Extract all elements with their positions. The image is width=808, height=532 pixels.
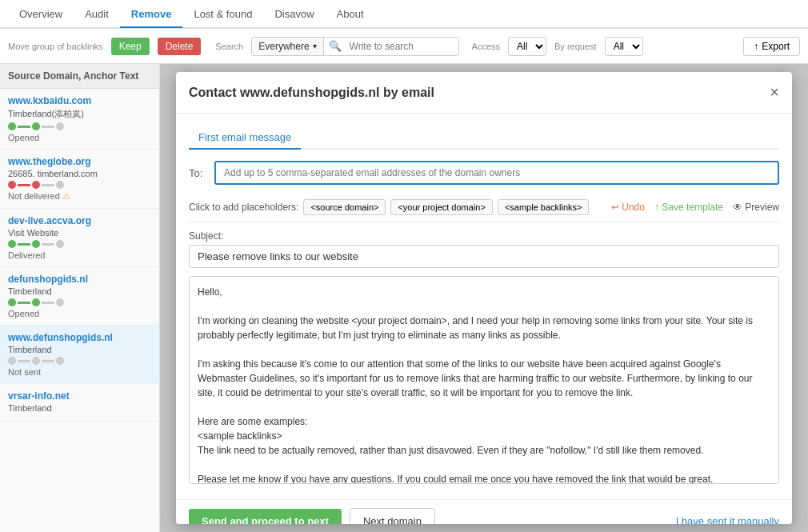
move-group-label: Move group of backlinks	[8, 42, 103, 51]
domain-anchor: Visit Website	[8, 228, 151, 238]
export-button[interactable]: ↑ Export	[743, 37, 800, 56]
status-text: Not delivered ⚠	[8, 191, 151, 202]
export-label: Export	[762, 41, 790, 52]
search-dropdown-value: Everywhere	[258, 41, 309, 52]
status-visual	[8, 240, 151, 248]
to-field-row: To:	[189, 161, 779, 185]
email-tab-first[interactable]: First email message	[189, 126, 301, 150]
placeholders-bar: Click to add placeholders: <source domai…	[189, 193, 779, 222]
placeholder-source-button[interactable]: <source domain>	[303, 199, 386, 215]
domain-anchor: 26685. timberland.com	[8, 169, 151, 178]
search-wrapper: Everywhere ▾ 🔍	[251, 37, 458, 56]
to-input[interactable]	[214, 161, 779, 185]
subject-input[interactable]	[189, 245, 779, 268]
modal: Contact www.defunshopgids.nl by email × …	[176, 72, 792, 524]
search-icon: 🔍	[324, 40, 346, 52]
domain-name: www.defunshopgids.nl	[8, 332, 151, 343]
delete-button[interactable]: Delete	[158, 38, 202, 55]
undo-button[interactable]: ↩ Undo	[611, 202, 645, 213]
list-item[interactable]: vrsar-info.net Timberland	[0, 384, 159, 422]
subject-row: Subject:	[189, 230, 779, 268]
main-layout: Source Domain, Anchor Text www.kxbaidu.c…	[0, 64, 808, 532]
domain-anchor: Timberland	[8, 345, 151, 354]
save-template-button[interactable]: ↑ Save template	[654, 202, 723, 213]
nav-item-audit[interactable]: Audit	[74, 2, 120, 26]
status-visual	[8, 357, 151, 365]
placeholder-actions: ↩ Undo ↑ Save template 👁 Preview	[611, 202, 779, 213]
domain-name: vrsar-info.net	[8, 390, 151, 402]
email-body-textarea[interactable]: Hello, I'm working on cleaning the websi…	[189, 276, 779, 484]
left-panel: Source Domain, Anchor Text www.kxbaidu.c…	[0, 64, 160, 532]
by-request-select[interactable]: All	[605, 37, 643, 56]
access-select[interactable]: All	[508, 37, 546, 56]
manual-send-button[interactable]: I have sent it manually	[676, 515, 779, 524]
list-item[interactable]: www.defunshopgids.nl Timberland Not sent	[0, 326, 159, 384]
domain-anchor: Timberland(添柏岚)	[8, 108, 151, 120]
domain-name: dev-live.accva.org	[8, 215, 151, 226]
modal-close-button[interactable]: ×	[770, 83, 779, 102]
nav-item-lost-found[interactable]: Lost & found	[182, 2, 263, 26]
top-nav: Overview Audit Remove Lost & found Disav…	[0, 0, 808, 29]
nav-item-remove[interactable]: Remove	[120, 2, 183, 28]
modal-footer: Send and proceed to next Next domain I h…	[176, 499, 792, 524]
warning-icon: ⚠	[62, 191, 70, 201]
nav-item-overview[interactable]: Overview	[8, 2, 74, 26]
search-input[interactable]	[346, 38, 458, 55]
modal-header: Contact www.defunshopgids.nl by email ×	[176, 72, 792, 114]
chevron-down-icon: ▾	[313, 42, 317, 50]
list-item[interactable]: defunshopgids.nl Timberland Opened	[0, 267, 159, 326]
left-panel-header: Source Domain, Anchor Text	[0, 64, 159, 89]
placeholder-backlinks-button[interactable]: <sample backlinks>	[498, 199, 590, 215]
status-visual	[8, 122, 151, 130]
search-label: Search	[215, 42, 243, 51]
keep-button[interactable]: Keep	[111, 38, 150, 55]
list-item[interactable]: dev-live.accva.org Visit Website Deliver…	[0, 209, 159, 267]
by-request-label: By request	[554, 42, 597, 51]
modal-title: Contact www.defunshopgids.nl by email	[189, 86, 434, 100]
domain-anchor: Timberland	[8, 403, 151, 413]
toolbar: Move group of backlinks Keep Delete Sear…	[0, 29, 808, 64]
modal-overlay: Contact www.defunshopgids.nl by email × …	[160, 64, 808, 532]
domain-anchor: Timberland	[8, 286, 151, 296]
status-text: Delivered	[8, 250, 151, 260]
status-text: Not sent	[8, 367, 151, 377]
domain-name: defunshopgids.nl	[8, 274, 151, 285]
access-label: Access	[472, 42, 500, 51]
email-tabs: First email message	[189, 126, 779, 150]
nav-item-about[interactable]: About	[326, 2, 375, 26]
send-button[interactable]: Send and proceed to next	[189, 509, 342, 524]
search-dropdown[interactable]: Everywhere ▾	[252, 38, 323, 55]
domain-name: www.kxbaidu.com	[8, 95, 151, 106]
domain-name: www.theglobe.org	[8, 156, 151, 167]
status-visual	[8, 181, 151, 189]
subject-label: Subject:	[189, 230, 779, 242]
to-label: To:	[189, 167, 208, 179]
next-domain-button[interactable]: Next domain	[350, 508, 435, 524]
nav-item-disavow[interactable]: Disavow	[263, 2, 325, 26]
status-text: Opened	[8, 309, 151, 318]
list-item[interactable]: www.theglobe.org 26685. timberland.com N…	[0, 150, 159, 209]
preview-button[interactable]: 👁 Preview	[733, 202, 779, 213]
list-item[interactable]: www.kxbaidu.com Timberland(添柏岚) Opened	[0, 89, 159, 150]
export-icon: ↑	[754, 41, 758, 52]
placeholders-label: Click to add placeholders:	[189, 202, 298, 213]
status-visual	[8, 298, 151, 306]
modal-body: First email message To: Click to add pla…	[176, 114, 792, 499]
status-text: Opened	[8, 133, 151, 142]
placeholder-project-button[interactable]: <your project domain>	[390, 199, 492, 215]
